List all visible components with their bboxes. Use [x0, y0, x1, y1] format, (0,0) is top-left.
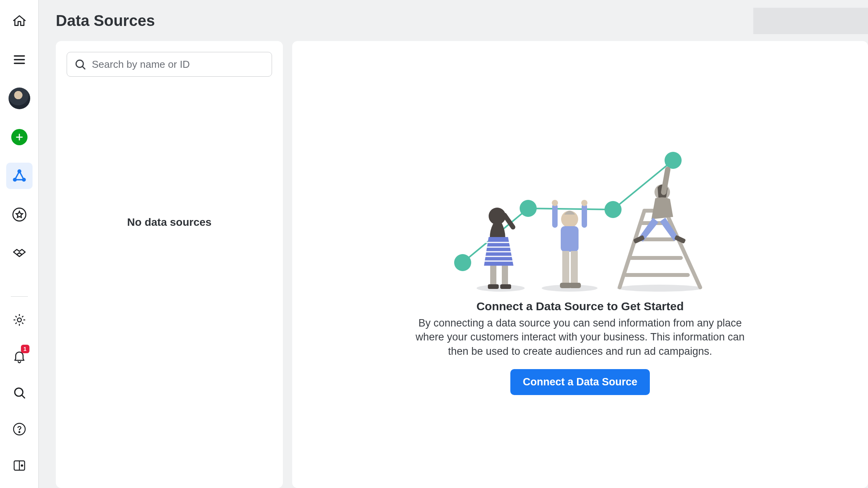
plus-circle-icon — [11, 129, 28, 145]
sidebar-panel-icon — [12, 459, 26, 473]
svg-line-11 — [22, 395, 25, 398]
data-sources-button[interactable] — [6, 163, 33, 189]
notifications-badge: 1 — [21, 345, 29, 353]
svg-rect-49 — [569, 283, 581, 288]
svg-point-16 — [21, 465, 22, 466]
svg-rect-39 — [500, 284, 511, 289]
svg-rect-38 — [488, 284, 499, 289]
avatar — [9, 88, 30, 109]
avatar-button[interactable] — [6, 85, 33, 112]
help-icon — [12, 422, 26, 436]
svg-rect-42 — [552, 204, 558, 228]
settings-button[interactable] — [6, 307, 33, 333]
search-input[interactable] — [92, 58, 265, 70]
header-placeholder — [753, 8, 868, 34]
svg-point-13 — [19, 431, 20, 433]
hero-description: By connecting a data source you can send… — [410, 316, 751, 358]
svg-point-22 — [454, 254, 471, 271]
svg-point-45 — [581, 200, 587, 206]
share-nodes-icon — [12, 168, 27, 184]
menu-button[interactable] — [6, 46, 33, 73]
create-button[interactable] — [6, 124, 33, 150]
svg-point-9 — [17, 318, 21, 322]
search-box[interactable] — [67, 52, 272, 77]
page-header: Data Sources — [39, 0, 868, 41]
hero-illustration — [448, 126, 712, 293]
svg-rect-43 — [582, 204, 587, 228]
svg-rect-46 — [562, 251, 569, 284]
side-panel: No data sources — [56, 41, 283, 488]
svg-point-8 — [13, 208, 26, 221]
page-title: Data Sources — [56, 12, 155, 29]
notifications-button[interactable]: 1 — [6, 343, 33, 369]
help-button[interactable] — [6, 416, 33, 442]
home-icon — [12, 13, 27, 29]
nav-divider — [11, 296, 28, 297]
gear-icon — [12, 313, 27, 327]
connect-data-source-button[interactable]: Connect a Data Source — [510, 369, 650, 395]
panel-button[interactable] — [6, 452, 33, 479]
home-button[interactable] — [6, 8, 33, 34]
hamburger-icon — [12, 52, 27, 67]
search-button[interactable] — [6, 380, 33, 406]
svg-rect-36 — [490, 266, 496, 286]
svg-point-23 — [520, 200, 537, 217]
svg-rect-47 — [571, 251, 578, 284]
star-button[interactable] — [6, 201, 33, 228]
empty-message: No data sources — [127, 216, 212, 229]
search-icon — [12, 386, 26, 400]
svg-point-28 — [617, 285, 702, 292]
main-panel: Connect a Data Source to Get Started By … — [292, 41, 868, 488]
svg-point-24 — [604, 201, 622, 218]
svg-rect-37 — [502, 266, 508, 286]
partners-button[interactable] — [6, 240, 33, 266]
svg-point-44 — [552, 200, 558, 206]
handshake-icon — [12, 246, 27, 261]
svg-point-25 — [665, 152, 682, 169]
nav-rail: 1 — [0, 0, 39, 488]
search-icon — [74, 58, 86, 70]
svg-line-18 — [82, 66, 85, 69]
hero-title: Connect a Data Source to Get Started — [476, 300, 684, 313]
svg-line-20 — [528, 208, 613, 210]
svg-rect-41 — [561, 226, 579, 252]
star-outlined-icon — [12, 207, 27, 222]
